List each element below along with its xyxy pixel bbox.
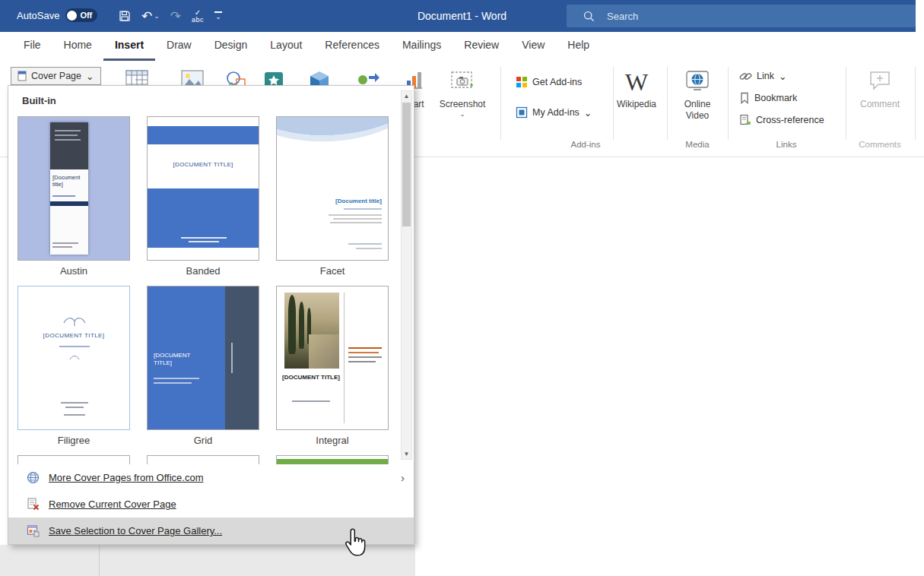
banded-top-band: [148, 126, 259, 144]
tab-mailings[interactable]: Mailings: [391, 32, 452, 61]
cover-template-banded[interactable]: [DOCUMENT TITLE]: [147, 116, 259, 261]
cover-page-label: Cover Page: [31, 71, 81, 81]
text-line: [333, 218, 382, 220]
cover-template-filigree[interactable]: [DOCUMENT TITLE]: [17, 286, 130, 430]
scrollbar-thumb[interactable]: [402, 103, 411, 226]
austin-navy-band: [50, 201, 88, 206]
tab-file[interactable]: File: [12, 32, 52, 61]
text-line: [52, 195, 75, 197]
chevron-down-icon: ⌄: [584, 107, 592, 119]
menu-remove-cover-page[interactable]: Remove Current Cover Page: [8, 491, 414, 517]
cover-page-gallery-dropdown: Built-in [Document title] [DOCUMENT TITL…: [8, 85, 414, 545]
partial-green-band: [277, 459, 388, 464]
text-line: [348, 356, 382, 358]
search-input[interactable]: Search: [567, 5, 916, 27]
template-name-austin: Austin: [17, 265, 130, 277]
titlebar-right-strip: [916, 0, 924, 32]
cover-page-button[interactable]: Cover Page ⌄: [11, 67, 101, 85]
menu-remove-cover-page-label: Remove Current Cover Page: [49, 498, 176, 510]
tab-layout[interactable]: Layout: [259, 32, 313, 61]
wikipedia-button[interactable]: W Wikipedia: [612, 67, 661, 152]
group-divider: [915, 67, 916, 140]
cover-template-facet[interactable]: [Document title]: [276, 116, 389, 261]
text-line: [189, 241, 219, 242]
chevron-down-icon: ⌄: [86, 71, 94, 82]
tab-insert[interactable]: Insert: [103, 32, 155, 61]
template-name-integral: Integral: [276, 435, 389, 446]
menu-more-cover-pages-label: More Cover Pages from Office.com: [49, 472, 204, 483]
group-divider: [500, 67, 501, 140]
text-line: [59, 346, 90, 347]
tab-draw[interactable]: Draw: [155, 32, 203, 61]
bookmark-button[interactable]: Bookmark: [739, 92, 797, 104]
facet-title: [Document title]: [312, 198, 382, 204]
integral-photo: [284, 293, 339, 369]
text-line: [348, 361, 376, 362]
text-line: [55, 130, 81, 131]
search-icon: [583, 11, 595, 22]
tab-view[interactable]: View: [510, 32, 556, 61]
tab-help[interactable]: Help: [556, 32, 601, 61]
remove-page-icon: [27, 498, 40, 511]
cross-reference-icon: [739, 114, 751, 126]
austin-title: [Document title]: [52, 174, 86, 188]
filigree-title: [DOCUMENT TITLE]: [18, 332, 129, 339]
menu-save-selection-label: Save Selection to Cover Page Gallery...: [49, 525, 222, 536]
page-edge-line: [99, 545, 100, 576]
cover-template-grid[interactable]: [DOCUMENT TITLE]: [147, 286, 259, 430]
cross-reference-label: Cross-reference: [756, 115, 824, 125]
cover-template-integral[interactable]: [DOCUMENT TITLE]: [276, 286, 389, 430]
text-line: [344, 208, 382, 210]
search-placeholder: Search: [607, 11, 638, 22]
cover-template-austin[interactable]: [Document title]: [17, 116, 130, 261]
road: [309, 334, 339, 369]
tab-design[interactable]: Design: [203, 32, 259, 61]
document-background: [0, 545, 415, 576]
wikipedia-icon: W: [625, 70, 648, 94]
text-line: [52, 242, 78, 244]
tab-review[interactable]: Review: [452, 32, 510, 61]
text-line: [348, 352, 379, 353]
save-to-gallery-icon: [27, 524, 40, 537]
menu-more-cover-pages[interactable]: More Cover Pages from Office.com ›: [8, 464, 414, 491]
tab-references[interactable]: References: [313, 32, 391, 61]
gallery-scroll-region: Built-in [Document title] [DOCUMENT TITL…: [8, 86, 415, 464]
screenshot-label: Screenshot: [438, 99, 487, 110]
my-add-ins-button[interactable]: My Add-ins ⌄: [516, 106, 592, 119]
scroll-down-button[interactable]: ▼: [402, 449, 411, 459]
cross-reference-button[interactable]: Cross-reference: [739, 114, 824, 126]
gallery-scrollbar[interactable]: ▲ ▼: [401, 90, 412, 460]
gallery-section-header: Built-in: [22, 95, 56, 106]
cover-template-partial-3[interactable]: [276, 455, 389, 464]
screenshot-button[interactable]: Screenshot ⌄: [438, 67, 487, 152]
text-line: [154, 378, 199, 379]
tab-home[interactable]: Home: [52, 32, 103, 61]
gallery-menu: More Cover Pages from Office.com › Remov…: [8, 464, 414, 544]
link-button[interactable]: Link ⌄: [739, 70, 786, 82]
cover-template-partial-2[interactable]: [147, 455, 259, 464]
globe-icon: [27, 471, 40, 484]
cypress-tree: [299, 302, 304, 349]
screenshot-icon: [438, 67, 487, 96]
menu-save-selection-to-gallery[interactable]: Save Selection to Cover Page Gallery...: [8, 517, 414, 544]
text-line: [55, 135, 78, 136]
text-line: [329, 214, 382, 216]
integral-vertical-rule: [344, 293, 345, 423]
grid-dark-column: [225, 286, 259, 429]
wikipedia-label: Wikipedia: [612, 99, 661, 110]
title-bar: AutoSave Off ↶⌄ ↷ ✓ abc ⌄ Document1 - Wo…: [0, 0, 924, 32]
scroll-up-button[interactable]: ▲: [402, 91, 411, 101]
cover-template-partial-1[interactable]: [17, 455, 130, 464]
banded-title: [DOCUMENT TITLE]: [148, 161, 259, 168]
cover-page-icon: [17, 71, 27, 81]
filigree-small-ornament-icon: [69, 353, 80, 361]
austin-strip: [Document title]: [50, 122, 88, 255]
text-line: [61, 402, 88, 404]
group-label-media: Media: [659, 140, 735, 149]
grid-title: [DOCUMENT TITLE]: [154, 352, 208, 368]
online-video-icon: [673, 67, 722, 96]
get-add-ins-button[interactable]: Get Add-ins: [516, 76, 582, 88]
integral-title: [DOCUMENT TITLE]: [278, 373, 344, 381]
text-line: [330, 222, 382, 223]
my-add-ins-label: My Add-ins: [532, 107, 579, 118]
